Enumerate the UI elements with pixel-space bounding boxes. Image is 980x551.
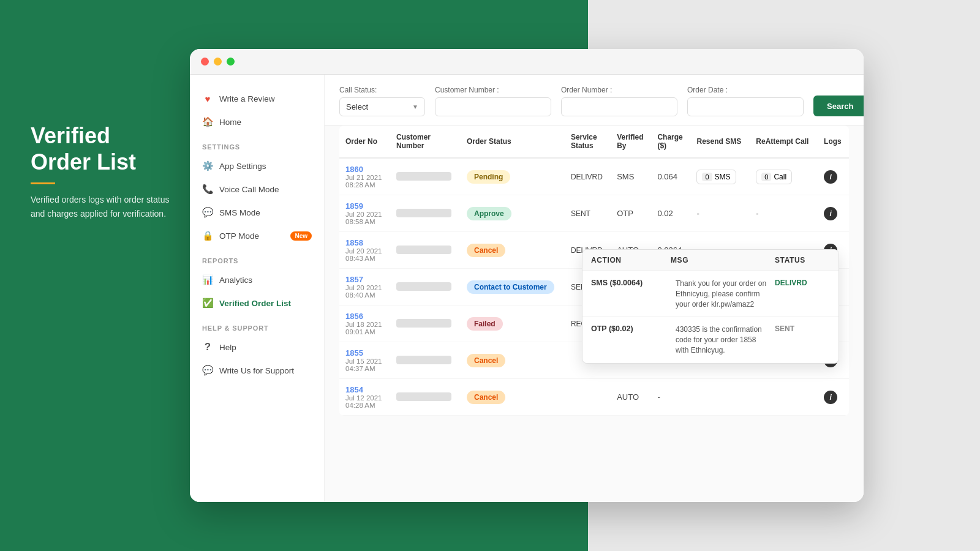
cell-verified-by: OTP (611, 195, 651, 232)
sidebar-label-voice-call: Voice Call Mode (219, 185, 279, 194)
sidebar-item-write-support[interactable]: 💬 Write Us for Support (190, 359, 324, 382)
popup-row-otp: OTP ($0.02) 430335 is the confirmation c… (582, 317, 839, 362)
th-order-status: Order Status (461, 126, 565, 158)
th-order-no: Order No (339, 126, 390, 158)
sidebar-item-help[interactable]: ? Help (190, 335, 324, 359)
cell-resend-sms: - (690, 195, 750, 232)
cell-logs: i (818, 379, 849, 416)
cell-customer-number (390, 195, 461, 232)
sidebar-item-verified-order-list[interactable]: ✅ Verified Order List (190, 291, 324, 315)
search-button[interactable]: Search (813, 96, 864, 116)
cell-order-status: Cancel (461, 342, 565, 379)
call-status-label: Call Status: (339, 86, 425, 94)
cell-order-id: 1855 Jul 15 202104:37 AM (339, 342, 390, 379)
popup-header: ACTION MSG STATUS (582, 250, 839, 271)
cell-customer-number (390, 305, 461, 342)
chevron-down-icon: ▼ (412, 103, 418, 110)
th-resend-sms: Resend SMS (690, 126, 750, 158)
info-button[interactable]: i (824, 207, 837, 220)
sidebar-label-analytics: Analytics (219, 276, 252, 285)
popup-msg-header: MSG (671, 256, 775, 264)
reattempt-call-button[interactable]: 0 Call (756, 170, 792, 184)
sidebar-item-sms-mode[interactable]: 💬 SMS Mode (190, 201, 324, 224)
sidebar-label-help: Help (219, 343, 236, 352)
sidebar-item-app-settings[interactable]: ⚙️ App Settings (190, 154, 324, 178)
phone-icon: 📞 (202, 184, 213, 195)
sidebar-label-sms-mode: SMS Mode (219, 208, 260, 217)
sidebar-item-voice-call[interactable]: 📞 Voice Call Mode (190, 178, 324, 201)
cell-service-status: DELIVRD (565, 158, 611, 195)
cell-order-id: 1860 Jul 21 202108:28 AM (339, 158, 390, 195)
popup-sms-status: DELIVRD (775, 279, 830, 309)
cell-order-id: 1857 Jul 20 202108:40 AM (339, 269, 390, 305)
dot-yellow[interactable] (214, 58, 222, 66)
dot-red[interactable] (201, 58, 209, 66)
home-icon: 🏠 (202, 116, 213, 127)
hero-title-line1: Verified (31, 123, 110, 148)
info-button[interactable]: i (824, 170, 837, 184)
popup-sms-msg: Thank you for your order on Ethnicyug, p… (676, 279, 770, 309)
popup-otp-status: SENT (775, 324, 830, 355)
heart-icon: ♥ (202, 93, 213, 104)
call-status-value: Select (346, 102, 368, 111)
cell-reattempt-call: - (750, 195, 818, 232)
cell-order-id: 1854 Jul 12 202104:28 AM (339, 379, 390, 416)
cell-verified-by: AUTO (611, 379, 651, 416)
cell-service-status: SENT (565, 195, 611, 232)
cell-verified-by: SMS (611, 158, 651, 195)
sidebar-item-write-review[interactable]: ♥ Write a Review (190, 87, 324, 110)
main-content: Call Status: Select ▼ Customer Number : … (325, 75, 864, 502)
th-reattempt-call: ReAttempt Call (750, 126, 818, 158)
sidebar-label-verified-order: Verified Order List (219, 299, 291, 308)
cell-customer-number (390, 379, 461, 416)
cell-order-id: 1858 Jul 20 202108:43 AM (339, 232, 390, 269)
cell-charge: 0.02 (651, 195, 690, 232)
hero-title-line2: Order List (31, 149, 136, 174)
lock-icon: 🔒 (202, 230, 213, 241)
order-number-label: Order Number : (561, 86, 677, 94)
cell-order-status: Cancel (461, 379, 565, 416)
cell-order-status: Approve (461, 195, 565, 232)
cell-order-status: Cancel (461, 232, 565, 269)
cell-order-status: Pending (461, 158, 565, 195)
reports-section-label: REPORTS (190, 247, 324, 268)
customer-number-label: Customer Number : (435, 86, 551, 94)
resend-sms-button[interactable]: 0 SMS (696, 170, 736, 184)
customer-number-group: Customer Number : (435, 86, 551, 116)
order-number-group: Order Number : (561, 86, 677, 116)
sidebar-label-otp-mode: OTP Mode (219, 231, 259, 241)
popup-sms-action: SMS ($0.0064) (591, 279, 671, 309)
window-body: ♥ Write a Review 🏠 Home SETTINGS ⚙️ App … (190, 75, 864, 502)
popup-action-header: ACTION (591, 256, 671, 264)
call-status-group: Call Status: Select ▼ (339, 86, 425, 116)
cell-order-status: Contact to Customer (461, 269, 565, 305)
cell-reattempt-call: 0 Call (750, 158, 818, 195)
call-status-select[interactable]: Select ▼ (339, 97, 425, 116)
sidebar-item-analytics[interactable]: 📊 Analytics (190, 268, 324, 291)
sidebar-label-home: Home (219, 118, 241, 127)
info-button[interactable]: i (824, 391, 837, 404)
sidebar-item-otp-mode[interactable]: 🔒 OTP Mode New (190, 224, 324, 247)
table-row: 1860 Jul 21 202108:28 AM Pending DELIVRD… (339, 158, 849, 195)
customer-number-input[interactable] (435, 97, 551, 116)
cell-order-status: Failed (461, 305, 565, 342)
help-section-label: HELP & SUPPORT (190, 315, 324, 335)
dot-green[interactable] (227, 58, 235, 66)
filter-bar: Call Status: Select ▼ Customer Number : … (325, 75, 864, 126)
cell-reattempt-call (750, 379, 818, 416)
question-icon: ? (202, 342, 213, 353)
table-row: 1854 Jul 12 202104:28 AM Cancel AUTO - i (339, 379, 849, 416)
table-header-row: Order No CustomerNumber Order Status Ser… (339, 126, 849, 158)
order-date-input[interactable] (687, 97, 804, 116)
sidebar-label-write-review: Write a Review (219, 94, 275, 103)
settings-section-label: SETTINGS (190, 133, 324, 154)
sidebar-label-app-settings: App Settings (219, 162, 266, 171)
new-badge: New (290, 231, 312, 241)
sidebar-item-home[interactable]: 🏠 Home (190, 110, 324, 133)
order-number-input[interactable] (561, 97, 677, 116)
cell-service-status (565, 379, 611, 416)
cell-resend-sms (690, 379, 750, 416)
titlebar (190, 49, 864, 75)
hero-underline (31, 182, 55, 184)
sidebar: ♥ Write a Review 🏠 Home SETTINGS ⚙️ App … (190, 75, 325, 502)
